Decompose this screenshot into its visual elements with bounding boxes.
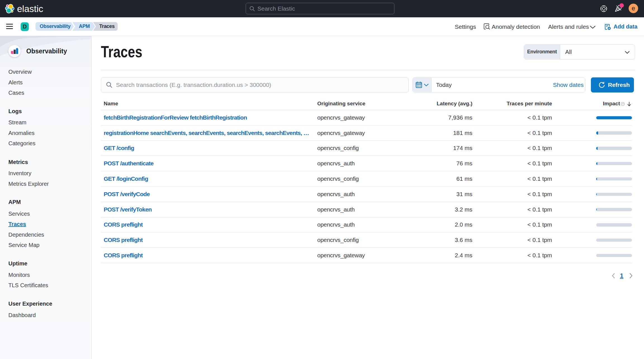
- svg-text:?: ?: [622, 103, 623, 105]
